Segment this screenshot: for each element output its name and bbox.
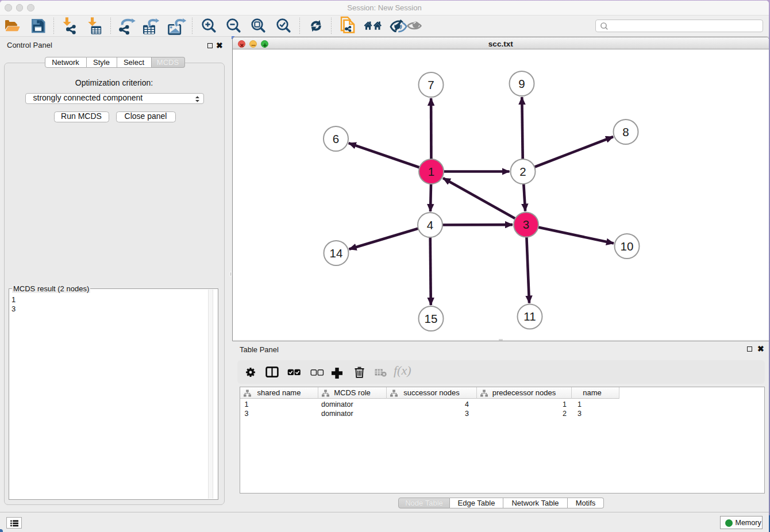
svg-text:3: 3	[523, 218, 529, 231]
svg-text:8: 8	[622, 125, 629, 138]
svg-text:11: 11	[523, 310, 536, 323]
svg-text:10: 10	[621, 239, 634, 252]
svg-text:14: 14	[330, 246, 343, 259]
svg-text:15: 15	[425, 311, 438, 325]
svg-text:7: 7	[428, 78, 434, 91]
svg-text:4: 4	[427, 218, 433, 231]
svg-text:9: 9	[518, 76, 525, 90]
svg-text:2: 2	[519, 164, 526, 178]
svg-text:6: 6	[333, 132, 339, 145]
svg-text:1: 1	[428, 164, 434, 178]
